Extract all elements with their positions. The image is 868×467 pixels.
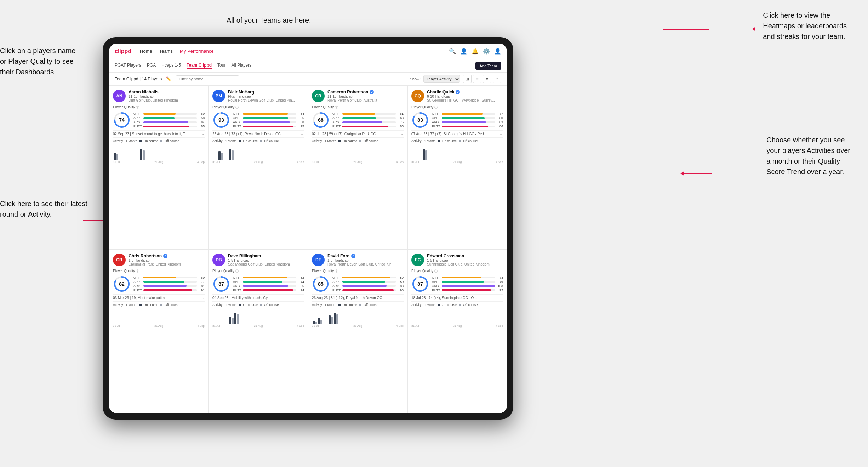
nav-link-home[interactable]: Home: [140, 49, 152, 54]
quality-bar-row: APP 74: [233, 280, 304, 284]
quality-circle[interactable]: 83: [411, 111, 429, 129]
player-card[interactable]: AN Aaron Nicholls 11-15 Handicap Drift G…: [109, 86, 209, 250]
quality-section: 85 OTT 89 APP 80 ARG 83 PUTT: [312, 275, 404, 293]
latest-round[interactable]: 26 Aug 23 | 73 (+1), Royal North Devon G…: [212, 130, 304, 136]
quality-circle[interactable]: 82: [113, 275, 131, 293]
quality-bar-row: APP 80: [332, 280, 404, 284]
player-name[interactable]: Charlie Quick ✓: [427, 90, 503, 95]
player-card[interactable]: DB Dave Billingham 1-5 Handicap Sag Magi…: [209, 250, 308, 414]
player-header: CR Chris Robertson ✓ 1-5 Handicap Craigm…: [113, 254, 205, 266]
bar-value: 91: [198, 289, 205, 292]
bar-label: OTT: [133, 112, 142, 115]
sub-nav-team-clippd[interactable]: Team Clippd: [187, 63, 212, 69]
x-label: 4 Sep: [396, 160, 404, 164]
bar-fill: [143, 277, 176, 278]
sub-nav-pgat[interactable]: PGAT Players: [115, 63, 141, 69]
activity-bar-on: [229, 317, 231, 324]
annotation-top-center: All of your Teams are here.: [227, 15, 311, 25]
player-name[interactable]: David Ford ✓: [327, 254, 404, 258]
activity-bar-on: [114, 153, 116, 160]
latest-round[interactable]: 02 Jul 23 | 59 (+17), Craigmillar Park G…: [312, 130, 404, 136]
player-card[interactable]: CQ Charlie Quick ✓ 6-10 Handicap St. Geo…: [407, 86, 507, 250]
player-info: Chris Robertson ✓ 1-5 Handicap Craigmill…: [129, 254, 205, 266]
quality-bar-row: OTT 82: [233, 276, 304, 279]
sub-nav-hcaps[interactable]: Hcaps 1-5: [161, 63, 181, 69]
on-course-dot: [139, 140, 142, 142]
grid-view-icon[interactable]: ⊞: [463, 75, 472, 83]
activity-header: Activity · 1 Month On course Off course: [212, 139, 304, 143]
activity-header: Activity · 1 Month On course Off course: [212, 303, 304, 307]
player-card[interactable]: EC Edward Crossman 1-5 Handicap Sunningd…: [407, 250, 507, 414]
bar-fill: [442, 289, 491, 291]
verified-badge: ✓: [370, 90, 374, 94]
quality-circle[interactable]: 68: [312, 111, 330, 129]
activity-bar-off: [336, 314, 338, 324]
search-icon[interactable]: 🔍: [449, 48, 456, 55]
quality-circle[interactable]: 87: [411, 275, 429, 293]
bar-label: APP: [332, 116, 341, 120]
latest-round[interactable]: 04 Sep 23 | Mobility with coach, Gym →: [212, 294, 304, 300]
sub-nav-all-players[interactable]: All Players: [231, 63, 251, 69]
chart-x-labels: 31 Jul21 Aug4 Sep: [113, 160, 205, 164]
sub-nav-pga[interactable]: PGA: [147, 63, 156, 69]
filter-icon[interactable]: ▼: [483, 75, 491, 83]
settings-icon[interactable]: ⚙️: [483, 48, 490, 55]
bar-fill: [442, 117, 485, 119]
search-input[interactable]: [176, 75, 239, 82]
player-name[interactable]: Blair McHarg: [228, 90, 304, 95]
activity-bar-on: [313, 321, 315, 324]
quality-number: 82: [119, 281, 125, 287]
on-course-label: On course: [243, 303, 258, 307]
team-bar-edit-icon[interactable]: ✏️: [166, 76, 171, 81]
latest-round[interactable]: 03 Mar 23 | 19, Must make putting →: [113, 294, 205, 300]
activity-bar-group: [329, 315, 333, 324]
x-label: 4 Sep: [496, 160, 503, 164]
bell-icon[interactable]: 🔔: [472, 48, 479, 55]
quality-circle[interactable]: 74: [113, 111, 131, 129]
bar-value: 80: [397, 280, 404, 284]
bar-value: 84: [298, 112, 304, 115]
player-name[interactable]: Aaron Nicholls: [129, 90, 205, 95]
player-name[interactable]: Chris Robertson ✓: [129, 254, 205, 258]
quality-circle[interactable]: 93: [212, 111, 230, 129]
latest-round[interactable]: 18 Jul 23 | 74 (+4), Sunningdale GC - Ol…: [411, 294, 503, 300]
bar-label: ARG: [133, 120, 142, 124]
bar-label: PUTT: [432, 125, 440, 128]
player-card[interactable]: CR Chris Robertson ✓ 1-5 Handicap Craigm…: [109, 250, 209, 414]
activity-chart: [212, 308, 304, 324]
latest-round[interactable]: 02 Sep 23 | Sunset round to get back int…: [113, 130, 205, 136]
show-select[interactable]: Player Activity: [423, 75, 460, 83]
player-card[interactable]: BM Blair McHarg Plus Handicap Royal Nort…: [209, 86, 308, 250]
verified-badge: ✓: [456, 90, 460, 94]
sub-nav-tour[interactable]: Tour: [217, 63, 225, 69]
list-view-icon[interactable]: ≡: [473, 75, 481, 83]
player-card[interactable]: DF David Ford ✓ 1-5 Handicap Royal North…: [308, 250, 407, 414]
on-course-label: On course: [343, 139, 358, 143]
bar-label: PUTT: [233, 125, 241, 128]
add-team-button[interactable]: Add Team: [475, 62, 501, 70]
player-name[interactable]: Dave Billingham: [228, 254, 304, 258]
sort-icon[interactable]: ↕: [493, 75, 501, 83]
bar-value: 74: [298, 280, 304, 284]
bar-value: 103: [497, 284, 503, 288]
bar-track: [243, 113, 296, 115]
activity-bar-on: [234, 313, 236, 324]
latest-round[interactable]: 26 Aug 23 | 84 (+12), Royal North Devon …: [312, 294, 404, 300]
user-icon[interactable]: 👤: [460, 48, 467, 55]
player-name[interactable]: Edward Crossman: [427, 254, 503, 258]
nav-link-performance[interactable]: My Performance: [180, 49, 213, 54]
quality-bars: OTT 60 APP 77 ARG 81 PUTT 91: [133, 276, 205, 292]
team-bar-right: Show: Player Activity ⊞ ≡ ▼ ↕: [410, 75, 501, 83]
bar-track: [143, 126, 197, 127]
activity-label: Activity · 1 Month: [212, 303, 237, 307]
latest-round[interactable]: 07 Aug 23 | 77 (+7), St George's Hill GC…: [411, 130, 503, 136]
player-header: BM Blair McHarg Plus Handicap Royal Nort…: [212, 90, 304, 102]
nav-link-teams[interactable]: Teams: [159, 49, 173, 54]
quality-circle[interactable]: 87: [212, 275, 230, 293]
quality-label: Player Quality ⓘ: [113, 269, 205, 274]
bar-fill: [442, 126, 488, 127]
player-name[interactable]: Cameron Robertson ✓: [327, 90, 404, 95]
avatar-icon[interactable]: 👤: [494, 48, 501, 55]
quality-circle[interactable]: 85: [312, 275, 330, 293]
player-card[interactable]: CR Cameron Robertson ✓ 11-15 Handicap Ro…: [308, 86, 407, 250]
